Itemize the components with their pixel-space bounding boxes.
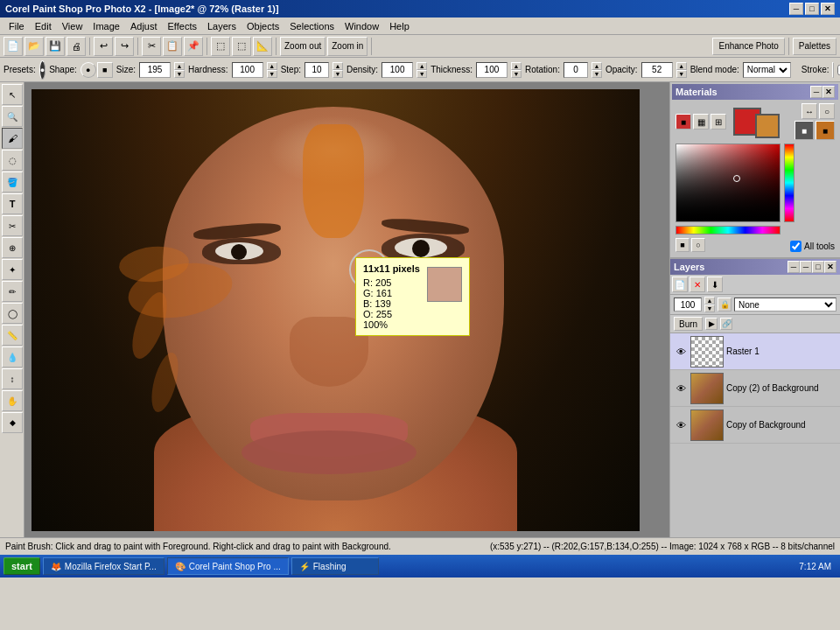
layer-new-btn[interactable]: 📄 — [672, 276, 688, 292]
taskbar-firefox[interactable]: 🦊 Mozilla Firefox Start P... — [43, 557, 164, 575]
layer-mode-arrow[interactable]: ▶ — [705, 318, 718, 330]
layer-blend-mode-select[interactable]: None Normal Multiply — [734, 298, 836, 312]
tool-retouch[interactable]: ✦ — [2, 259, 23, 280]
size-input[interactable] — [139, 62, 171, 78]
tool-fill[interactable]: 🪣 — [2, 172, 23, 192]
opacity-spinner[interactable]: ▲▼ — [676, 62, 687, 78]
enhance-photo-button[interactable]: Enhance Photo — [712, 38, 784, 55]
hardness-spinner[interactable]: ▲▼ — [267, 62, 277, 78]
tool-paintbrush[interactable]: 🖌 — [2, 128, 23, 149]
size-spinner[interactable]: ▲▼ — [174, 62, 185, 78]
thickness-input[interactable] — [476, 62, 508, 78]
layers-min-btn[interactable]: ─ — [800, 261, 812, 273]
opacity-down-btn[interactable]: ▼ — [704, 304, 715, 312]
density-up[interactable]: ▲ — [416, 62, 427, 70]
menu-layers[interactable]: Layers — [202, 19, 242, 33]
opacity-up[interactable]: ▲ — [676, 62, 687, 70]
straighten-button[interactable]: 📐 — [253, 37, 272, 56]
swap-colors-btn[interactable]: ↔ — [802, 103, 817, 119]
tool-text[interactable]: T — [2, 193, 23, 214]
palettes-button[interactable]: Palettes — [793, 38, 836, 55]
zoom-out-button[interactable]: Zoom out — [280, 37, 326, 56]
taskbar-flashing[interactable]: ⚡ Flashing — [291, 557, 379, 575]
thickness-up[interactable]: ▲ — [511, 62, 522, 70]
step-down[interactable]: ▼ — [332, 70, 343, 78]
background-color-swatch[interactable] — [755, 114, 780, 138]
hue-slider-vertical[interactable] — [784, 144, 794, 222]
rotation-spinner[interactable]: ▲▼ — [592, 62, 602, 78]
layers-close-btn[interactable]: ✕ — [824, 261, 836, 273]
tool-zoom[interactable]: 🔍 — [2, 106, 23, 127]
tool-draw[interactable]: ✏ — [2, 281, 23, 302]
materials-close-btn[interactable]: ✕ — [822, 86, 835, 98]
tool-eyedropper[interactable]: 💧 — [2, 346, 23, 368]
new-button[interactable]: 📄 — [4, 37, 23, 56]
mat-btn1[interactable]: ■ — [794, 121, 814, 140]
menu-effects[interactable]: Effects — [163, 19, 202, 33]
tool-shape[interactable]: ◯ — [2, 303, 23, 324]
gradient-mode-btn[interactable]: ▦ — [693, 114, 709, 130]
square-shape-btn[interactable]: ■ — [97, 62, 113, 78]
mat-btn2[interactable]: ■ — [816, 121, 835, 140]
color-gradient[interactable] — [676, 144, 780, 222]
step-up[interactable]: ▲ — [332, 62, 343, 70]
density-input[interactable] — [382, 62, 413, 78]
redo-button[interactable]: ↪ — [115, 37, 134, 56]
maximize-button[interactable]: □ — [805, 3, 819, 15]
thickness-down[interactable]: ▼ — [511, 70, 522, 78]
menu-edit[interactable]: Edit — [30, 19, 57, 33]
tool-warp[interactable]: ↕ — [2, 368, 23, 389]
rotation-input[interactable] — [564, 62, 588, 78]
cut-button[interactable]: ✂ — [142, 37, 161, 56]
layers-menu-btn[interactable]: ─ — [788, 261, 800, 273]
menu-objects[interactable]: Objects — [242, 19, 284, 33]
tool-pan[interactable]: ✋ — [2, 390, 23, 411]
thickness-spinner[interactable]: ▲▼ — [511, 62, 522, 78]
menu-help[interactable]: Help — [384, 19, 415, 33]
minimize-button[interactable]: ─ — [789, 3, 803, 15]
open-button[interactable]: 📂 — [24, 37, 44, 56]
color-only-btn[interactable]: ■ — [676, 238, 690, 252]
menu-view[interactable]: View — [57, 19, 88, 33]
rotation-down[interactable]: ▼ — [592, 70, 602, 78]
layer-vis-raster1[interactable]: 👁 — [674, 345, 688, 359]
pattern-mode-btn[interactable]: ⊞ — [710, 114, 726, 130]
undo-button[interactable]: ↩ — [94, 37, 113, 56]
burn-mode-btn[interactable]: Burn — [674, 317, 703, 331]
layers-max-btn[interactable]: □ — [812, 261, 824, 273]
hardness-down[interactable]: ▼ — [267, 70, 277, 78]
layer-link-btn[interactable]: 🔗 — [720, 318, 732, 330]
size-up[interactable]: ▲ — [174, 62, 185, 70]
zoom-in-button[interactable]: Zoom in — [327, 37, 368, 56]
copy-button[interactable]: 📋 — [163, 37, 182, 56]
blend-mode-select[interactable]: Normal — [743, 62, 791, 78]
opacity-lock-btn[interactable]: 🔒 — [718, 298, 732, 312]
tool-crop[interactable]: ✂ — [2, 215, 23, 236]
materials-menu-btn[interactable]: ─ — [810, 86, 822, 98]
close-button[interactable]: ✕ — [821, 3, 835, 15]
hardness-up[interactable]: ▲ — [267, 62, 277, 70]
crop-button[interactable]: ⬚ — [232, 37, 251, 56]
image-canvas[interactable]: 11x11 pixels R: 205 G: 161 B: 139 O: 255… — [32, 89, 640, 531]
menu-file[interactable]: File — [4, 19, 30, 33]
tool-measure[interactable]: 📏 — [2, 325, 23, 346]
layer-vis-copy1[interactable]: 👁 — [674, 418, 688, 432]
color-picker-dot[interactable] — [733, 175, 740, 182]
menu-selections[interactable]: Selections — [284, 19, 340, 33]
print-button[interactable]: 🖨 — [66, 37, 86, 56]
all-tools-checkbox[interactable] — [790, 241, 802, 252]
menu-adjust[interactable]: Adjust — [125, 19, 163, 33]
taskbar-paintshop[interactable]: 🎨 Corel Paint Shop Pro ... — [167, 557, 289, 575]
hue-slider-horizontal[interactable] — [676, 226, 780, 234]
hardness-input[interactable] — [232, 62, 263, 78]
opacity-down[interactable]: ▼ — [676, 70, 687, 78]
density-down[interactable]: ▼ — [416, 70, 427, 78]
size-down[interactable]: ▼ — [174, 70, 185, 78]
opacity-input[interactable] — [641, 62, 673, 78]
layer-vis-copy2[interactable]: 👁 — [674, 382, 688, 396]
step-input[interactable] — [304, 62, 329, 78]
menu-image[interactable]: Image — [88, 19, 125, 33]
step-spinner[interactable]: ▲▼ — [332, 62, 343, 78]
paste-button[interactable]: 📌 — [184, 37, 203, 56]
layer-merge-btn[interactable]: ⬇ — [707, 276, 723, 292]
